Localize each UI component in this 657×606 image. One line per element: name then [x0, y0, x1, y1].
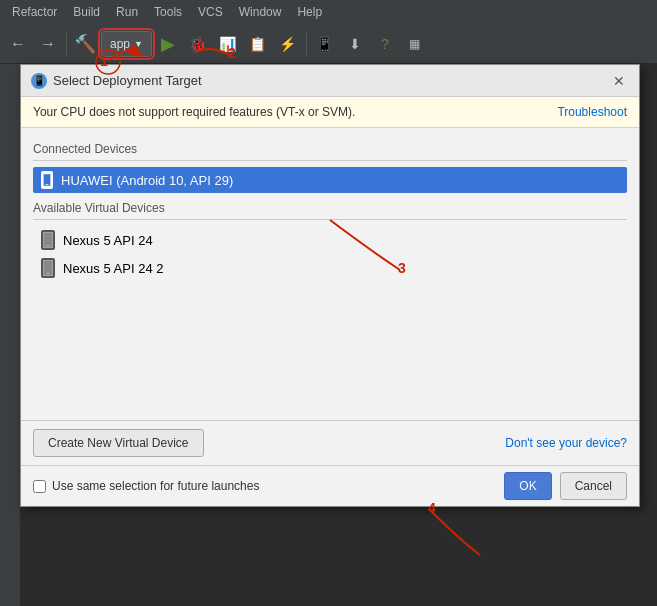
warning-text: Your CPU does not support required featu…: [33, 105, 355, 119]
dont-see-device-link[interactable]: Don't see your device?: [505, 436, 627, 450]
footer-right: Don't see your device?: [505, 436, 627, 450]
warning-banner: Your CPU does not support required featu…: [21, 97, 639, 128]
dialog-footer: Create New Virtual Device Don't see your…: [21, 420, 639, 465]
huawei-device-name: HUAWEI: [61, 173, 113, 188]
nexus5-2-label: Nexus 5 API 24 2: [63, 261, 163, 276]
phone-icon: [41, 171, 53, 189]
forward-btn[interactable]: →: [34, 30, 62, 58]
connected-devices-divider: [33, 160, 627, 161]
svg-rect-5: [46, 273, 50, 274]
debug-btn[interactable]: 🐞: [184, 30, 212, 58]
menu-build[interactable]: Build: [65, 3, 108, 21]
menubar: Refactor Build Run Tools VCS Window Help: [0, 0, 657, 24]
same-selection-label: Use same selection for future launches: [52, 479, 259, 493]
connected-device-huawei[interactable]: HUAWEI (Android 10, API 29): [33, 167, 627, 193]
virtual-device-list: Nexus 5 API 24 Nexus 5 API 24 2: [33, 226, 627, 282]
menu-help[interactable]: Help: [289, 3, 330, 21]
nexus5-1-label: Nexus 5 API 24: [63, 233, 153, 248]
virtual-device-nexus5-2[interactable]: Nexus 5 API 24 2: [33, 254, 627, 282]
menu-window[interactable]: Window: [231, 3, 290, 21]
apply-changes-btn[interactable]: ⚡: [274, 30, 302, 58]
avd-btn[interactable]: 📱: [311, 30, 339, 58]
toolbar: ← → 🔨 app ▼ ▶ 🐞 📊 📋 ⚡ 📱 ⬇ ? ▦: [0, 24, 657, 64]
troubleshoot-link[interactable]: Troubleshoot: [557, 105, 627, 119]
empty-device-area: [33, 290, 627, 410]
app-dropdown[interactable]: app ▼: [101, 31, 152, 57]
sdk-btn[interactable]: ⬇: [341, 30, 369, 58]
footer-left: Create New Virtual Device: [33, 429, 204, 457]
virtual-devices-divider: [33, 219, 627, 220]
dialog-action-buttons: OK Cancel: [504, 472, 627, 500]
dropdown-arrow: ▼: [134, 39, 143, 49]
toolbar-sep1: [66, 32, 67, 56]
connected-device-list: HUAWEI (Android 10, API 29): [33, 167, 627, 193]
svg-rect-1: [45, 184, 48, 185]
dialog-titlebar: 📱 Select Deployment Target ✕: [21, 65, 639, 97]
huawei-device-detail: (Android 10, API 29): [116, 173, 233, 188]
connected-devices-header: Connected Devices: [33, 142, 627, 156]
dialog-close-button[interactable]: ✕: [609, 71, 629, 91]
back-btn[interactable]: ←: [4, 30, 32, 58]
virtual-phone-icon-1: [41, 230, 55, 250]
ide-sidebar: [0, 64, 20, 606]
run-btn[interactable]: ▶: [154, 30, 182, 58]
build-icon[interactable]: 🔨: [71, 30, 99, 58]
menu-refactor[interactable]: Refactor: [4, 3, 65, 21]
virtual-phone-icon-2: [41, 258, 55, 278]
select-deployment-dialog: 📱 Select Deployment Target ✕ Your CPU do…: [20, 64, 640, 507]
same-selection-checkbox[interactable]: [33, 480, 46, 493]
layout-btn[interactable]: ▦: [401, 30, 429, 58]
dialog-title: Select Deployment Target: [53, 73, 609, 88]
menu-vcs[interactable]: VCS: [190, 3, 231, 21]
help-btn[interactable]: ?: [371, 30, 399, 58]
toolbar-sep2: [306, 32, 307, 56]
menu-tools[interactable]: Tools: [146, 3, 190, 21]
dialog-body: Connected Devices HUAWEI (Android 10, AP…: [21, 128, 639, 420]
virtual-device-nexus5-1[interactable]: Nexus 5 API 24: [33, 226, 627, 254]
app-label: app: [110, 37, 130, 51]
profile-btn[interactable]: 📊: [214, 30, 242, 58]
available-virtual-header: Available Virtual Devices: [33, 201, 627, 215]
create-virtual-device-button[interactable]: Create New Virtual Device: [33, 429, 204, 457]
menu-run[interactable]: Run: [108, 3, 146, 21]
cancel-button[interactable]: Cancel: [560, 472, 627, 500]
svg-rect-3: [46, 245, 50, 246]
ok-button[interactable]: OK: [504, 472, 551, 500]
coverage-btn[interactable]: 📋: [244, 30, 272, 58]
same-selection-checkbox-label[interactable]: Use same selection for future launches: [33, 479, 259, 493]
dialog-title-icon: 📱: [31, 73, 47, 89]
